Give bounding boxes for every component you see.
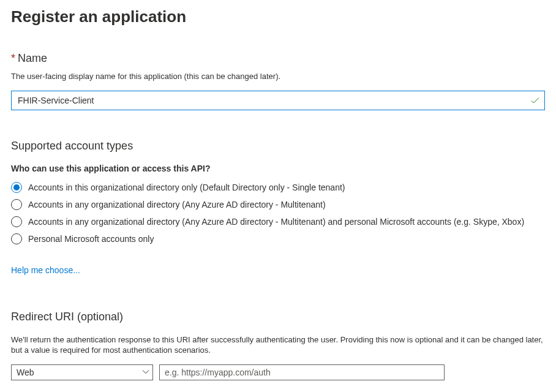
redirect-uri-section: Redirect URI (optional) We'll return the… [11,311,545,380]
radio-option-single-tenant[interactable]: Accounts in this organizational director… [11,182,545,193]
name-input-wrap [11,91,545,110]
radio-label: Accounts in any organizational directory… [28,217,524,227]
radio-option-multitenant[interactable]: Accounts in any organizational directory… [11,199,545,210]
radio-icon [11,199,22,210]
radio-icon [11,182,22,193]
name-input[interactable] [11,91,545,110]
radio-option-personal-only[interactable]: Personal Microsoft accounts only [11,233,545,244]
radio-label: Accounts in this organizational director… [28,183,345,192]
radio-icon [11,216,22,227]
radio-label: Personal Microsoft accounts only [28,234,154,244]
radio-label: Accounts in any organizational directory… [28,200,326,209]
account-types-heading: Supported account types [11,140,545,153]
name-hint: The user-facing display name for this ap… [11,71,545,82]
name-field-section: *Name The user-facing display name for t… [11,52,545,110]
page-title: Register an application [11,7,545,26]
redirect-uri-input[interactable] [159,364,445,380]
checkmark-icon [530,96,540,105]
help-me-choose-link[interactable]: Help me choose... [11,265,80,275]
redirect-uri-hint: We'll return the authentication response… [11,334,545,356]
radio-icon [11,233,22,244]
radio-dot-icon [13,184,20,190]
radio-option-multitenant-personal[interactable]: Accounts in any organizational directory… [11,216,545,227]
account-types-section: Supported account types Who can use this… [11,140,545,275]
account-types-question: Who can use this application or access t… [11,164,545,173]
platform-select-value: Web [17,368,34,377]
redirect-uri-row: Web [11,364,545,380]
name-label: *Name [11,52,545,65]
platform-select[interactable]: Web [11,364,153,380]
account-types-radio-group: Accounts in this organizational director… [11,182,545,244]
name-label-text: Name [18,52,47,64]
platform-select-wrap: Web [11,364,153,380]
required-indicator: * [11,52,15,64]
redirect-uri-heading: Redirect URI (optional) [11,311,545,323]
